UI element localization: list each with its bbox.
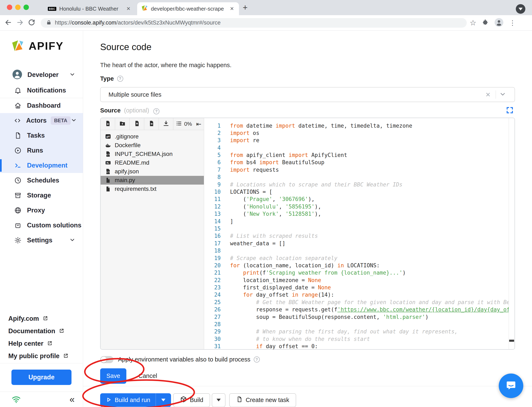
code-line: 2import os: [204, 130, 515, 137]
content: APIFY Developer Notifications DashboardA…: [0, 31, 532, 407]
reload-button[interactable]: [26, 18, 37, 27]
line-number: 2: [204, 130, 221, 137]
close-tab-icon[interactable]: ✕: [229, 6, 235, 12]
tab-search-button[interactable]: [516, 4, 525, 14]
browser-profile-avatar[interactable]: [494, 18, 504, 28]
code-line: 3import re: [204, 137, 515, 144]
archive-icon: [14, 192, 22, 199]
build-dropdown-button[interactable]: [212, 393, 225, 407]
sidebar-item-custom-solutions[interactable]: Custom solutions: [0, 218, 83, 233]
extensions-puzzle-icon[interactable]: [482, 19, 489, 27]
file-apify.json[interactable]: </>apify.json: [100, 167, 204, 176]
close-window-button[interactable]: [7, 5, 12, 10]
chev-icon: [69, 237, 76, 244]
file-plus-icon: [105, 120, 111, 128]
new-folder-button[interactable]: [115, 118, 130, 130]
code-editor[interactable]: 1from datetime import datetime, time, ti…: [204, 118, 515, 349]
forward-button[interactable]: [14, 18, 26, 27]
wifi-status-icon: [10, 394, 22, 405]
download-icon: [163, 120, 169, 128]
line-number: 21: [204, 269, 221, 276]
sidebar-item-runs[interactable]: Runs: [0, 143, 83, 158]
bell-icon: [14, 87, 22, 94]
type-select-value: Multiple source files: [108, 91, 480, 98]
link-label: Help center: [8, 340, 43, 347]
scrollbar-thumb[interactable]: [509, 340, 514, 342]
line-number: 16: [204, 232, 221, 240]
browser-navbar: https://console.apify.com/actors/dev/k5t…: [0, 15, 532, 31]
help-icon[interactable]: ?: [153, 108, 159, 114]
sidebar-item-dashboard[interactable]: Dashboard: [0, 98, 83, 113]
sidebar-item-development[interactable]: Development: [0, 158, 83, 173]
new-tab-button[interactable]: +: [243, 3, 247, 12]
beta-badge: BETA: [51, 116, 71, 125]
apify-logo[interactable]: APIFY: [0, 31, 83, 54]
back-button[interactable]: [2, 18, 14, 27]
minimize-window-button[interactable]: [15, 5, 21, 10]
sidebar-item-proxy[interactable]: Proxy: [0, 203, 83, 218]
help-icon[interactable]: ?: [254, 357, 260, 362]
tab-bbc-weather[interactable]: BBC Honolulu - BBC Weather ✕: [44, 2, 136, 15]
browser-menu-icon[interactable]: ⋮: [509, 19, 516, 27]
file-.gitignore[interactable]: git.gitignore: [100, 132, 204, 141]
sidebar-link-my-public-profile[interactable]: My public profile: [0, 350, 83, 362]
build-and-run-dropdown-button[interactable]: [156, 393, 171, 407]
close-tab-icon[interactable]: ✕: [125, 6, 132, 12]
editor-scrollbar[interactable]: [509, 118, 515, 349]
url-text: https://console.apify.com/actors/dev/k5t…: [55, 20, 221, 26]
chat-widget-button[interactable]: [499, 374, 523, 398]
save-button[interactable]: Save: [100, 368, 126, 384]
type-select[interactable]: Multiple source files ✕: [100, 87, 515, 102]
maximize-window-button[interactable]: [23, 5, 29, 10]
sidebar-item-storage[interactable]: Storage: [0, 188, 83, 203]
file-README.md[interactable]: M↓README.md: [100, 158, 204, 167]
url-bar[interactable]: https://console.apify.com/actors/dev/k5t…: [41, 18, 467, 28]
sidebar-item-schedules[interactable]: Schedules: [0, 173, 83, 188]
sidebar-item-tasks[interactable]: Tasks: [0, 128, 83, 143]
svg-text:</>: </>: [106, 171, 110, 173]
help-icon[interactable]: ?: [117, 76, 123, 82]
plainfile-icon: [105, 186, 111, 192]
file-icon: [236, 396, 243, 404]
account-switcher[interactable]: Developer: [0, 67, 83, 83]
codefile-icon: </>: [105, 168, 111, 175]
new-file-button[interactable]: [100, 118, 115, 130]
cancel-button[interactable]: Cancel: [136, 368, 159, 384]
upgrade-button[interactable]: Upgrade: [11, 370, 71, 385]
collapse-sidebar-button[interactable]: «: [69, 395, 75, 404]
sidebar-link-apify-com[interactable]: Apify.com: [0, 313, 83, 325]
clear-select-icon[interactable]: ✕: [480, 91, 496, 98]
build-and-run-button[interactable]: Build and run: [100, 393, 156, 407]
external-icon: [47, 340, 53, 347]
reset-scroll-icon[interactable]: ⇤: [196, 120, 201, 128]
code-line: 30 # to know when do the results start: [204, 336, 515, 343]
download-files-button[interactable]: [159, 118, 173, 130]
editor-zoom-controls: 0%⇤: [173, 118, 204, 130]
create-new-task-button[interactable]: Create new task: [229, 393, 296, 407]
sidebar-item-label: Custom solutions: [27, 222, 81, 229]
upload-file-button[interactable]: [130, 118, 144, 130]
sidebar-item-actors[interactable]: ActorsBETA: [0, 113, 83, 128]
file-Dockerfile[interactable]: Dockerfile: [100, 141, 204, 150]
bag-icon: [14, 222, 22, 229]
line-number: 31: [204, 343, 221, 349]
fullscreen-expand-icon[interactable]: [506, 107, 513, 115]
file-toolbar: 0%⇤: [100, 118, 204, 130]
build-button[interactable]: Build: [173, 393, 210, 407]
sidebar-link-help-center[interactable]: Help center: [0, 337, 83, 350]
sidebar-link-documentation[interactable]: Documentation: [0, 325, 83, 337]
code-line: 5from apify_client import ApifyClient: [204, 151, 515, 159]
bookmark-star-icon[interactable]: ☆: [470, 18, 476, 27]
sidebar-item-notifications[interactable]: Notifications: [0, 83, 83, 98]
file-requirements.txt[interactable]: requirements.txt: [100, 185, 204, 193]
code-line: 12 ('Honolulu', '5856195'),: [204, 203, 515, 210]
avatar: [12, 69, 23, 80]
import-file-button[interactable]: [144, 118, 159, 130]
tab-apify-console[interactable]: developer/bbc-weather-scrape ✕: [137, 2, 239, 15]
sidebar-item-settings[interactable]: Settings: [0, 233, 83, 248]
code-icon: [14, 117, 21, 124]
file-main.py[interactable]: main.py: [100, 176, 204, 185]
env-vars-toggle[interactable]: [100, 356, 114, 363]
file-INPUT_SCHEMA.json[interactable]: </>INPUT_SCHEMA.json: [100, 150, 204, 158]
chevron-down-icon[interactable]: [496, 91, 509, 99]
